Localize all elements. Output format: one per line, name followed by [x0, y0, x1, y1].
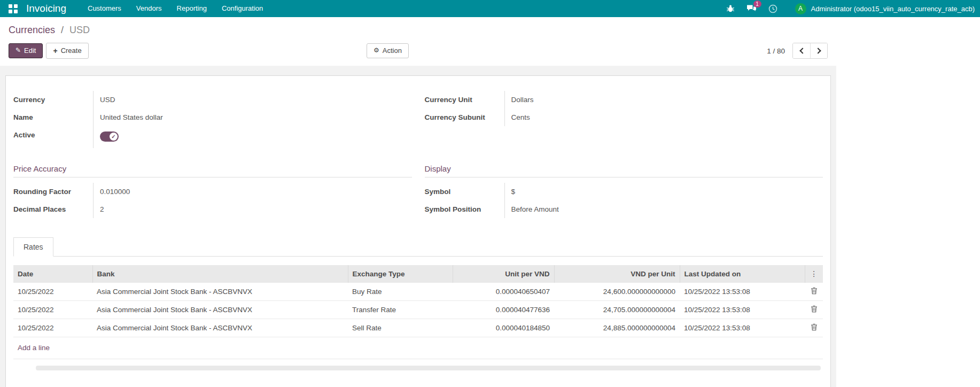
field-active-label: Active — [13, 126, 94, 148]
tab-rates[interactable]: Rates — [13, 237, 53, 257]
breadcrumb-currencies-link[interactable]: Currencies — [9, 25, 55, 35]
delete-row-button[interactable] — [811, 305, 818, 314]
cell-date[interactable]: 10/25/2022 — [13, 301, 92, 319]
horizontal-scrollbar[interactable] — [36, 366, 821, 370]
field-currency-value[interactable]: USD — [94, 91, 115, 109]
cell-vnd-per-unit[interactable]: 24,705.000000000004 — [554, 301, 680, 319]
col-header-exchange-type[interactable]: Exchange Type — [348, 265, 453, 283]
nav-vendors[interactable]: Vendors — [129, 0, 169, 17]
rate-row-2: 10/25/2022 Asia Commercial Joint Stock B… — [13, 301, 823, 319]
cell-vnd-per-unit[interactable]: 24,885.000000000004 — [554, 319, 680, 337]
optional-columns-button[interactable]: ⋮ — [810, 269, 819, 278]
field-rounding-factor: Rounding Factor 0.010000 — [13, 183, 412, 200]
delete-row-button[interactable] — [811, 323, 818, 332]
top-field-groups: Currency USD Name United States dollar A… — [13, 91, 823, 148]
field-currency-subunit-label: Currency Subunit — [425, 109, 505, 126]
cell-unit-per-vnd[interactable]: 0.000040650407 — [453, 283, 554, 301]
apps-menu-button[interactable] — [5, 2, 21, 16]
trash-icon — [811, 305, 818, 313]
section-display: Display Symbol $ Symbol Position Before … — [425, 164, 823, 218]
active-toggle[interactable]: ✓ — [100, 131, 119, 142]
field-name-label: Name — [13, 109, 94, 126]
debug-button[interactable] — [720, 0, 741, 17]
col-header-date[interactable]: Date — [13, 265, 92, 283]
kebab-icon: ⋮ — [810, 269, 818, 278]
cell-unit-per-vnd[interactable]: 0.000040477636 — [453, 301, 554, 319]
avatar: A — [795, 3, 806, 14]
top-navbar: Invoicing Customers Vendors Reporting Co… — [0, 0, 980, 17]
pager-value[interactable]: 1 / 80 — [767, 47, 785, 55]
breadcrumb-separator: / — [61, 25, 64, 35]
trash-icon — [811, 287, 818, 295]
cell-last-updated[interactable]: 10/25/2022 13:53:08 — [680, 301, 805, 319]
nav-reporting[interactable]: Reporting — [169, 0, 214, 17]
trash-icon — [811, 323, 818, 331]
user-name: Administrator (odoo15_viin_auto_currency… — [811, 5, 975, 13]
nav-customers[interactable]: Customers — [80, 0, 129, 17]
field-currency: Currency USD — [13, 91, 412, 109]
add-a-line-link[interactable]: Add a line — [18, 344, 50, 352]
section-price-accuracy: Price Accuracy Rounding Factor 0.010000 … — [13, 164, 412, 218]
right-field-group: Currency Unit Dollars Currency Subunit C… — [425, 91, 823, 148]
cell-exchange-type[interactable]: Transfer Rate — [348, 301, 453, 319]
field-rounding-factor-label: Rounding Factor — [13, 183, 94, 200]
pager-next-button[interactable] — [810, 43, 827, 58]
nav-configuration[interactable]: Configuration — [214, 0, 270, 17]
breadcrumb: Currencies / USD — [9, 25, 828, 36]
form-sheet: Currency USD Name United States dollar A… — [5, 75, 831, 387]
field-symbol-position-value[interactable]: Before Amount — [505, 200, 559, 218]
cell-bank[interactable]: Asia Commercial Joint Stock Bank - ASCBV… — [92, 283, 348, 301]
form-view-background: Currency USD Name United States dollar A… — [0, 66, 836, 387]
cell-bank[interactable]: Asia Commercial Joint Stock Bank - ASCBV… — [92, 301, 348, 319]
section-price-accuracy-title: Price Accuracy — [13, 164, 412, 177]
pager-previous-button[interactable] — [793, 43, 810, 58]
action-button-label: Action — [383, 47, 402, 55]
cell-bank[interactable]: Asia Commercial Joint Stock Bank - ASCBV… — [92, 319, 348, 337]
cell-unit-per-vnd[interactable]: 0.000040184850 — [453, 319, 554, 337]
cell-vnd-per-unit[interactable]: 24,600.000000000000 — [554, 283, 680, 301]
col-header-bank[interactable]: Bank — [92, 265, 348, 283]
cell-exchange-type[interactable]: Sell Rate — [348, 319, 453, 337]
breadcrumb-current: USD — [69, 25, 90, 35]
pencil-icon: ✎ — [15, 47, 21, 55]
field-currency-unit-value[interactable]: Dollars — [505, 91, 534, 109]
pager: 1 / 80 — [767, 43, 828, 59]
field-currency-label: Currency — [13, 91, 94, 109]
col-header-vnd-per-unit[interactable]: VND per Unit — [554, 265, 680, 283]
field-currency-subunit-value[interactable]: Cents — [505, 109, 530, 126]
field-active: Active ✓ — [13, 126, 412, 148]
app-name[interactable]: Invoicing — [26, 3, 66, 14]
col-header-unit-per-vnd[interactable]: Unit per VND — [453, 265, 554, 283]
chevron-left-icon — [799, 48, 805, 53]
cell-date[interactable]: 10/25/2022 — [13, 319, 92, 337]
field-symbol-position: Symbol Position Before Amount — [425, 200, 823, 218]
activities-button[interactable] — [763, 0, 783, 17]
field-currency-unit: Currency Unit Dollars — [425, 91, 823, 109]
field-decimal-places-value[interactable]: 2 — [94, 200, 104, 218]
create-button-label: Create — [61, 47, 82, 55]
create-button[interactable]: + Create — [46, 43, 88, 59]
field-symbol-value[interactable]: $ — [505, 183, 516, 200]
apps-grid-icon — [9, 4, 18, 13]
delete-row-button[interactable] — [811, 287, 818, 296]
gear-icon: ⚙ — [374, 47, 379, 55]
user-menu[interactable]: A Administrator (odoo15_viin_auto_curren… — [795, 3, 975, 14]
action-button[interactable]: ⚙ Action — [367, 43, 409, 59]
field-name-value[interactable]: United States dollar — [94, 109, 163, 126]
rates-header-row: Date Bank Exchange Type Unit per VND VND… — [13, 265, 823, 283]
cell-last-updated[interactable]: 10/25/2022 13:53:08 — [680, 283, 805, 301]
col-header-last-updated[interactable]: Last Updated on — [680, 265, 805, 283]
edit-button[interactable]: ✎ Edit — [9, 43, 43, 59]
edit-button-label: Edit — [24, 47, 36, 55]
cell-date[interactable]: 10/25/2022 — [13, 283, 92, 301]
field-symbol-position-label: Symbol Position — [425, 200, 505, 218]
field-currency-unit-label: Currency Unit — [425, 91, 505, 109]
field-name: Name United States dollar — [13, 109, 412, 126]
field-rounding-factor-value[interactable]: 0.010000 — [94, 183, 130, 200]
cell-last-updated[interactable]: 10/25/2022 13:53:08 — [680, 319, 805, 337]
plus-icon: + — [53, 47, 57, 55]
section-display-title: Display — [425, 164, 823, 177]
toggle-check-icon: ✓ — [110, 133, 118, 141]
cell-exchange-type[interactable]: Buy Rate — [348, 283, 453, 301]
messages-button[interactable]: 1 — [741, 0, 763, 17]
